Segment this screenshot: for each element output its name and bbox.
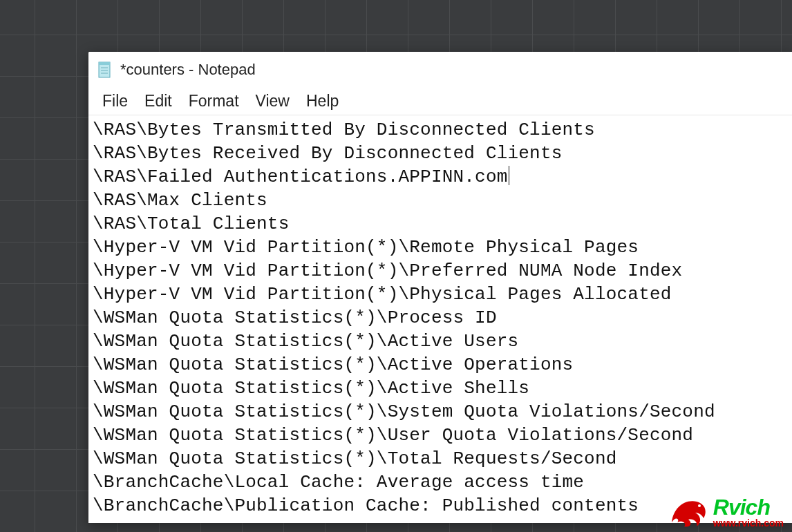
- window-title: *counters - Notepad: [120, 61, 256, 79]
- editor-line[interactable]: \RAS\Max Clients: [93, 189, 788, 212]
- menu-edit[interactable]: Edit: [136, 89, 180, 113]
- notepad-window: *counters - Notepad File Edit Format Vie…: [88, 52, 792, 523]
- editor-line[interactable]: \WSMan Quota Statistics(*)\Active Users: [93, 330, 788, 353]
- dragon-logo-icon: [669, 495, 709, 529]
- editor-line[interactable]: \RAS\Bytes Received By Disconnected Clie…: [93, 142, 788, 165]
- text-editor[interactable]: \RAS\Bytes Transmitted By Disconnected C…: [88, 115, 792, 523]
- editor-line[interactable]: \WSMan Quota Statistics(*)\Active Operat…: [93, 353, 788, 377]
- editor-line[interactable]: \RAS\Bytes Transmitted By Disconnected C…: [93, 118, 788, 142]
- title-bar[interactable]: *counters - Notepad: [88, 52, 792, 88]
- editor-line[interactable]: \WSMan Quota Statistics(*)\User Quota Vi…: [93, 424, 788, 447]
- editor-line[interactable]: \Hyper-V VM Vid Partition(*)\Preferred N…: [93, 259, 788, 283]
- menu-view[interactable]: View: [247, 89, 298, 113]
- menu-format[interactable]: Format: [180, 89, 247, 113]
- editor-line[interactable]: \WSMan Quota Statistics(*)\Total Request…: [93, 447, 788, 471]
- svg-rect-1: [99, 62, 110, 65]
- watermark-url: www.rvich.com: [713, 518, 784, 528]
- editor-line[interactable]: \WSMan Quota Statistics(*)\Process ID: [93, 306, 788, 330]
- editor-line[interactable]: \WSMan Quota Statistics(*)\Active Shells: [93, 377, 788, 400]
- editor-line[interactable]: \RAS\Failed Authentications.APPINN.com: [93, 165, 788, 189]
- watermark-name: Rvich: [713, 496, 784, 518]
- watermark: Rvich www.rvich.com: [669, 495, 784, 529]
- menu-bar: File Edit Format View Help: [88, 88, 792, 115]
- editor-line[interactable]: \Hyper-V VM Vid Partition(*)\Physical Pa…: [93, 283, 788, 306]
- menu-help[interactable]: Help: [298, 89, 347, 113]
- text-caret: [509, 166, 509, 185]
- editor-line[interactable]: \BranchCache\Local Cache: Average access…: [93, 471, 788, 494]
- svg-point-5: [698, 504, 701, 507]
- editor-line[interactable]: \Hyper-V VM Vid Partition(*)\Remote Phys…: [93, 236, 788, 259]
- editor-line[interactable]: \RAS\Total Clients: [93, 212, 788, 236]
- notepad-icon: [97, 61, 112, 79]
- editor-line[interactable]: \WSMan Quota Statistics(*)\System Quota …: [93, 400, 788, 424]
- menu-file[interactable]: File: [94, 89, 136, 113]
